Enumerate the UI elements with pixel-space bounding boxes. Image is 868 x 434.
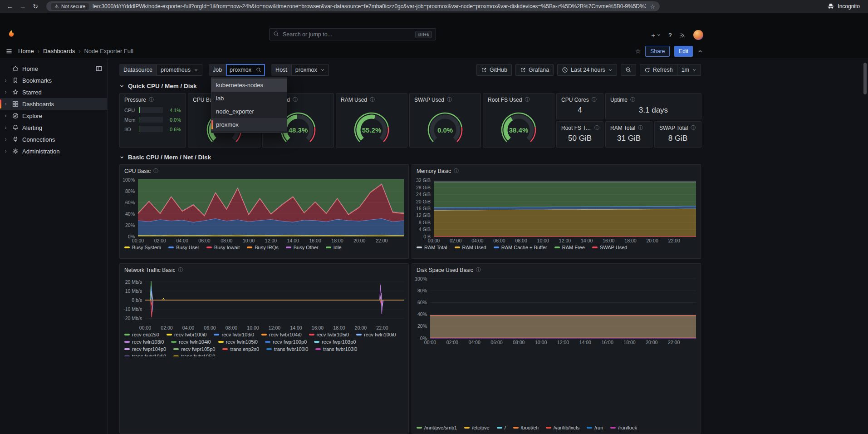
legend-item[interactable]: recv fwln104i0 <box>171 339 211 345</box>
github-link-button[interactable]: GitHub <box>476 64 512 76</box>
datasource-select[interactable]: prometheus <box>157 64 202 76</box>
panel-title[interactable]: Root FS Used <box>488 97 522 103</box>
panel-title[interactable]: Disk Space Used Basic <box>417 267 473 273</box>
share-button[interactable]: Share <box>645 46 670 57</box>
chevron-right-icon[interactable]: › <box>3 136 9 143</box>
panel-title[interactable]: SWAP Total <box>659 125 688 131</box>
dropdown-option-kubernetes-nodes[interactable]: kubernetes-nodes <box>211 79 287 92</box>
job-input[interactable]: proxmox <box>226 64 265 76</box>
legend-item[interactable]: recv fwpr103p0 <box>314 339 356 345</box>
sidebar-item-explore[interactable]: ›Explore <box>0 110 107 122</box>
disk-space-chart[interactable]: 100%80%60%40%20%0%00:0002:0004:0006:0008… <box>412 274 701 345</box>
legend-item[interactable]: RAM Free <box>554 245 585 250</box>
legend-item[interactable]: recv fwbr104i0 <box>261 332 302 337</box>
collapse-chevron-icon[interactable] <box>697 49 703 54</box>
info-icon[interactable]: ⓘ <box>476 266 481 273</box>
legend-item[interactable]: /mnt/pve/smb1 <box>417 425 457 430</box>
legend-item[interactable]: /etc/pve <box>464 425 490 430</box>
sidebar-item-dashboards[interactable]: ›Dashboards <box>0 98 107 110</box>
info-icon[interactable]: ⓘ <box>370 96 375 103</box>
legend-item[interactable]: Busy IRQs <box>247 245 279 250</box>
panel-title[interactable]: RAM Total <box>610 125 635 131</box>
legend-item[interactable]: recv fwpr104p0 <box>124 346 166 352</box>
chevron-right-icon[interactable]: › <box>3 113 9 119</box>
memory-basic-chart[interactable]: 32 GiB28 GiB24 GiB20 GiB16 GiB12 GiB8 Gi… <box>412 175 701 244</box>
cpu-basic-chart[interactable]: 100%80%60%40%20%0%00:0002:0004:0006:0008… <box>120 175 408 244</box>
info-icon[interactable]: ⓘ <box>454 168 459 174</box>
legend-item[interactable]: Busy User <box>168 245 199 250</box>
legend-item[interactable]: /run <box>587 425 603 430</box>
section-basic-cpu-mem-net-disk[interactable]: Basic CPU / Mem / Net / Disk <box>119 154 701 161</box>
legend-item[interactable]: RAM Total <box>417 245 447 250</box>
legend-item[interactable]: / <box>497 425 506 430</box>
panel-title[interactable]: Pressure <box>124 97 146 103</box>
menu-toggle-icon[interactable] <box>5 48 13 55</box>
user-avatar[interactable] <box>693 30 703 40</box>
legend-item[interactable]: trans fwbr100i0 <box>266 346 308 352</box>
dock-menu-icon[interactable] <box>95 65 103 72</box>
panel-title[interactable]: Uptime <box>610 97 628 103</box>
legend-item[interactable]: recv fwpr105p0 <box>173 346 215 352</box>
grafana-link-button[interactable]: Grafana <box>515 64 554 76</box>
sidebar-item-home[interactable]: Home <box>0 63 107 74</box>
refresh-interval-select[interactable]: 1m <box>677 64 701 76</box>
browser-forward-button[interactable]: → <box>17 3 28 10</box>
dropdown-option-node-exporter[interactable]: node_exporter <box>211 105 287 118</box>
info-icon[interactable]: ⓘ <box>594 124 599 131</box>
info-icon[interactable]: ⓘ <box>447 96 452 103</box>
chevron-right-icon[interactable]: › <box>3 148 9 154</box>
info-icon[interactable]: ⓘ <box>525 96 530 103</box>
legend-item[interactable]: recv fwbr105i0 <box>309 332 349 337</box>
time-range-picker[interactable]: Last 24 hours <box>557 64 617 76</box>
info-icon[interactable]: ⓘ <box>592 96 597 103</box>
sidebar-item-connections[interactable]: ›Connections <box>0 133 107 145</box>
legend-item[interactable]: recv fwbr100i0 <box>167 332 207 337</box>
dropdown-option-proxmox[interactable]: proxmox <box>211 118 287 131</box>
info-icon[interactable]: ⓘ <box>293 96 298 103</box>
legend-item[interactable]: /var/lib/lxcfs <box>546 425 579 430</box>
add-button[interactable]: + <box>651 31 661 39</box>
host-select[interactable]: proxmox <box>291 64 329 76</box>
page-scrollbar[interactable] <box>863 63 867 94</box>
breadcrumb-home[interactable]: Home <box>18 48 34 54</box>
legend-item[interactable]: Idle <box>326 245 342 250</box>
legend-item[interactable]: Busy System <box>124 245 161 250</box>
panel-title[interactable]: RAM Used <box>341 97 367 103</box>
legend-item[interactable]: trans fwbr104i0 <box>124 354 166 356</box>
chevron-right-icon[interactable]: › <box>3 77 9 84</box>
info-icon[interactable]: ⓘ <box>691 124 696 131</box>
not-secure-badge[interactable]: ⚠ Not secure <box>51 3 89 10</box>
legend-item[interactable]: SWAP Used <box>592 245 628 250</box>
panel-title[interactable]: SWAP Used <box>414 97 444 103</box>
chevron-right-icon[interactable]: › <box>3 124 9 131</box>
panel-title[interactable]: Memory Basic <box>417 168 451 174</box>
breadcrumb-dashboards[interactable]: Dashboards <box>43 48 75 54</box>
dropdown-option-lab[interactable]: lab <box>211 92 287 105</box>
info-icon[interactable]: ⓘ <box>178 266 183 273</box>
legend-item[interactable]: Busy Other <box>286 245 319 250</box>
help-icon[interactable]: ? <box>668 32 672 39</box>
legend-item[interactable]: Busy Iowait <box>206 245 240 250</box>
sidebar-item-alerting[interactable]: ›Alerting <box>0 122 107 133</box>
browser-reload-button[interactable]: ↻ <box>30 3 41 10</box>
grafana-logo[interactable] <box>6 29 16 41</box>
sidebar-item-administration[interactable]: ›Administration <box>0 145 107 157</box>
browser-back-button[interactable]: ← <box>5 3 15 10</box>
bookmark-star-icon[interactable]: ☆ <box>650 3 655 10</box>
sidebar-item-starred[interactable]: ›Starred <box>0 86 107 98</box>
legend-item[interactable]: recv fwln100i0 <box>356 332 396 337</box>
panel-title[interactable]: CPU Basic <box>124 168 151 174</box>
legend-item[interactable]: RAM Cache + Buffer <box>494 245 547 250</box>
chevron-right-icon[interactable]: › <box>3 101 9 107</box>
panel-title[interactable]: Network Traffic Basic <box>124 267 175 273</box>
legend-item[interactable]: trans fwbr105i0 <box>173 354 215 356</box>
legend-item[interactable]: recv enp2s0 <box>124 332 159 337</box>
section-quick-cpu-mem-disk[interactable]: Quick CPU / Mem / Disk <box>119 83 701 89</box>
info-icon[interactable]: ⓘ <box>630 96 635 103</box>
sidebar-item-bookmarks[interactable]: ›Bookmarks <box>0 74 107 86</box>
news-icon[interactable] <box>679 32 686 39</box>
legend-item[interactable]: trans enp2s0 <box>222 346 259 352</box>
panel-title[interactable]: CPU Cores <box>561 97 589 103</box>
refresh-button[interactable]: Refresh <box>640 64 677 76</box>
chevron-right-icon[interactable]: › <box>3 89 9 95</box>
